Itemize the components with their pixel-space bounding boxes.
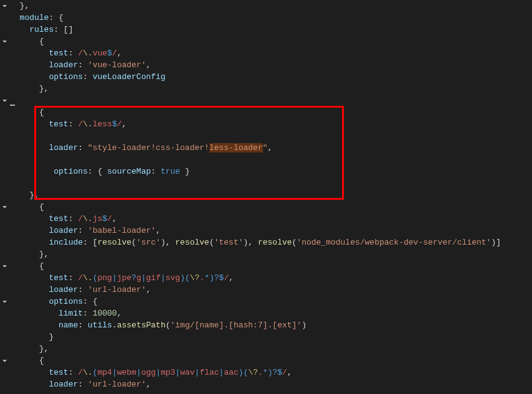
token-str: less-loader — [209, 143, 263, 152]
token-p: : — [69, 273, 78, 283]
token-prop: loader — [49, 380, 78, 389]
token-prop: loader — [49, 226, 78, 235]
token-str: 'vue-loader' — [88, 60, 146, 70]
token-p: , — [156, 226, 161, 235]
token-regex: flac — [199, 368, 219, 377]
code-line[interactable]: { — [10, 355, 501, 367]
token-p: : — [78, 285, 88, 294]
token-p: } — [180, 167, 190, 176]
code-line[interactable]: options: { — [10, 296, 501, 307]
token-prop: loader — [49, 285, 78, 294]
code-line[interactable]: rules: [] — [10, 24, 501, 35]
token-p: { — [39, 356, 44, 365]
code-editor[interactable]: }, module: { rules: [] { test: /\.vue$/,… — [10, 0, 501, 390]
token-regex: ogg — [141, 368, 156, 377]
token-prop: utils — [88, 321, 112, 330]
code-line[interactable]: }, — [10, 0, 501, 12]
token-p: ), — [244, 238, 258, 247]
token-str: 'url-loader' — [88, 380, 146, 389]
code-line[interactable]: }, — [10, 248, 501, 260]
token-p: { — [39, 261, 44, 271]
fold-chevron-icon[interactable] — [1, 97, 8, 104]
code-line[interactable]: test: /\.vue$/, — [10, 47, 501, 59]
token-prop: test — [49, 49, 68, 58]
token-str: 'url-loader' — [88, 285, 146, 294]
token-str: 'img/[name].[hash:7].[ext]' — [171, 321, 302, 330]
token-p: : — [78, 143, 88, 152]
code-line[interactable]: loader: 'url-loader', — [10, 378, 501, 390]
token-fn: resolve — [175, 238, 209, 247]
token-p: { — [39, 37, 44, 46]
code-line[interactable] — [10, 177, 501, 189]
fold-chevron-icon[interactable] — [1, 204, 8, 210]
code-line[interactable]: loader: 'url-loader', — [10, 284, 501, 296]
token-p: { — [39, 108, 44, 117]
code-line[interactable]: }, — [10, 189, 501, 201]
fold-chevron-icon[interactable] — [1, 263, 8, 270]
token-p: ( — [166, 321, 171, 330]
token-resc: \. — [83, 273, 93, 283]
code-line[interactable]: test: /\.(png|jpe?g|gif|svg)(\?.*)?$/, — [10, 272, 501, 284]
token-regex: gif — [146, 273, 161, 283]
token-p: : [ — [83, 238, 97, 247]
fold-chevron-icon[interactable] — [1, 2, 8, 9]
fold-chevron-icon[interactable] — [1, 357, 8, 364]
token-p: }, — [29, 190, 39, 200]
token-p: : — [69, 120, 78, 129]
token-p: , — [146, 60, 151, 70]
token-regex: js — [93, 214, 103, 223]
token-p: ), — [161, 238, 175, 247]
token-prop: options — [54, 167, 88, 176]
token-resc: \. — [83, 120, 93, 129]
code-line[interactable]: test: /\.js$/, — [10, 213, 501, 225]
token-regex: / — [117, 120, 122, 129]
code-line[interactable] — [10, 130, 501, 142]
code-line[interactable]: test: /\.(mp4|webm|ogg|mp3|wav|flac|aac)… — [10, 367, 501, 378]
code-line[interactable]: name: utils.assetsPath('img/[name].[hash… — [10, 319, 501, 331]
code-line[interactable] — [10, 154, 501, 166]
token-p: , — [117, 309, 122, 318]
code-line[interactable] — [10, 95, 501, 106]
code-line[interactable]: loader: 'vue-loader', — [10, 59, 501, 71]
fold-chevron-icon[interactable] — [1, 38, 8, 45]
code-line[interactable]: options: { sourceMap: true } — [10, 166, 501, 177]
code-line[interactable]: loader: "style-loader!css-loader!less-lo… — [10, 142, 501, 154]
code-line[interactable]: module: { — [10, 12, 501, 24]
token-str: 'src' — [136, 238, 161, 247]
token-regex: / — [78, 120, 83, 129]
token-str: " — [263, 143, 268, 152]
token-p: } — [49, 332, 54, 342]
token-rgroup: *)?$ — [204, 273, 224, 283]
token-regex: / — [78, 214, 83, 223]
token-regex: png — [97, 273, 112, 283]
token-str: "style-loader!css-loader! — [88, 143, 209, 152]
token-p: }, — [39, 84, 49, 93]
fold-chevron-icon[interactable] — [1, 298, 8, 305]
code-line[interactable]: limit: 10000, — [10, 307, 501, 319]
token-prop: include — [49, 238, 83, 247]
token-regex: wav — [180, 368, 194, 377]
token-p: , — [268, 143, 273, 152]
code-line[interactable]: { — [10, 106, 501, 118]
code-line[interactable]: } — [10, 331, 501, 343]
code-line[interactable]: }, — [10, 83, 501, 95]
code-line[interactable]: test: /\.less$/, — [10, 118, 501, 130]
code-line[interactable]: loader: 'babel-loader', — [10, 225, 501, 237]
token-regex: less — [93, 120, 112, 129]
code-line[interactable]: { — [10, 35, 501, 47]
code-line[interactable]: options: vueLoaderConfig — [10, 71, 501, 83]
token-p: }, — [20, 1, 30, 11]
token-p: : [ — [54, 25, 68, 34]
token-regex: . — [258, 368, 263, 377]
code-line[interactable]: { — [10, 260, 501, 272]
token-p: ) — [302, 321, 306, 330]
token-resc: \. — [83, 368, 93, 377]
code-line[interactable]: }, — [10, 343, 501, 355]
token-regex: mp3 — [161, 368, 175, 377]
token-prop: test — [49, 273, 68, 283]
code-line[interactable]: { — [10, 201, 501, 213]
token-resc: \. — [83, 49, 93, 58]
code-line[interactable]: include: [resolve('src'), resolve('test'… — [10, 237, 501, 248]
token-regex: / — [78, 273, 83, 283]
token-resc: \. — [83, 214, 93, 223]
